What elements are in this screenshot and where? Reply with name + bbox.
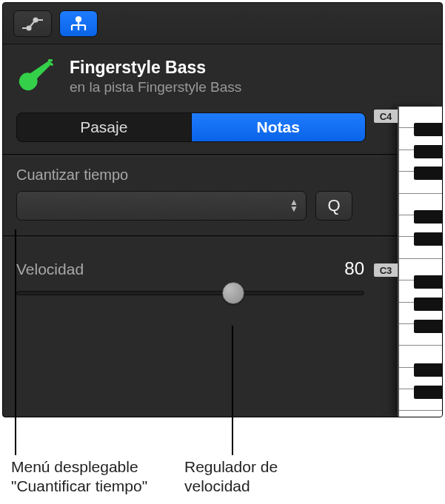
quantize-time-select[interactable]: ▲▼ (16, 191, 307, 221)
toolbar (3, 3, 442, 44)
tab-pasaje[interactable]: Pasaje (17, 113, 192, 141)
quantize-apply-button[interactable]: Q (315, 191, 352, 221)
chevron-updown-icon: ▲▼ (290, 199, 298, 212)
quantize-section: Cuantizar tiempo ▲▼ Q (3, 156, 366, 221)
velocity-slider-thumb[interactable] (222, 282, 244, 304)
tab-notas[interactable]: Notas (192, 113, 366, 141)
velocity-slider-track[interactable] (16, 291, 364, 295)
svg-rect-8 (48, 59, 53, 61)
editor-panel: Fingerstyle Bass en la pista Fingerstyle… (2, 2, 443, 417)
view-segmented-control: Pasaje Notas (16, 112, 366, 142)
callout-velocity-slider: Regulador de velocidad (184, 457, 278, 497)
callout-leader (15, 229, 16, 455)
velocity-value: 80 (344, 258, 364, 279)
octave-label-c3: C3 (374, 263, 398, 277)
octave-label-c4: C4 (374, 110, 398, 123)
svg-point-2 (76, 17, 81, 21)
midi-merge-tool-button[interactable] (59, 10, 98, 37)
quantize-label: Cuantizar tiempo (16, 167, 352, 184)
automation-tool-button[interactable] (13, 10, 52, 37)
annotation-layer: Menú desplegable "Cuantificar tiempo" Re… (2, 392, 443, 503)
callout-quantize-menu: Menú desplegable "Cuantificar tiempo" (11, 457, 147, 497)
svg-point-1 (34, 18, 38, 21)
velocity-label: Velocidad (16, 261, 84, 278)
track-header: Fingerstyle Bass en la pista Fingerstyle… (3, 44, 442, 105)
callout-leader (232, 326, 233, 455)
track-title: Fingerstyle Bass (70, 58, 241, 78)
track-subtitle: en la pista Fingerstyle Bass (70, 79, 241, 95)
svg-point-0 (27, 26, 31, 30)
piano-keyboard[interactable]: C4 C3 (398, 107, 442, 417)
instrument-guitar-icon (16, 56, 56, 96)
